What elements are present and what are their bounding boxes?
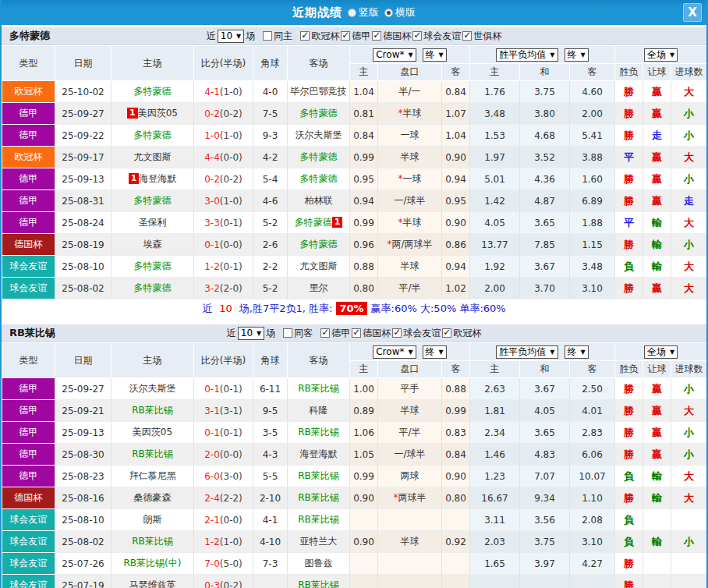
fulltime-score: 3-1 (204, 406, 220, 416)
horizontal-radio-icon[interactable] (384, 9, 393, 17)
match-date: 25-08-02 (55, 278, 112, 299)
home-team-name: RB莱比锡 (132, 448, 173, 459)
home-handicap-odds: 1.05 (350, 444, 378, 466)
match-date: 25-09-13 (55, 422, 112, 444)
competition-label-4: 世俱杯 (473, 30, 501, 43)
sub-header-lose: 客 (570, 361, 615, 378)
home-team-name: 多特蒙德 (134, 195, 172, 206)
europe-odds-select[interactable]: 胜平负均值▼ (496, 48, 558, 62)
score-cell: 2-1(0-0) (194, 509, 253, 531)
close-button[interactable]: X (683, 3, 702, 22)
away-team: RB莱比锡 (288, 575, 350, 588)
match-date: 25-08-02 (55, 531, 112, 553)
sub-header-away-odds: 客 (442, 361, 470, 378)
result-wdl: 負 (615, 256, 643, 278)
final-odds-select[interactable]: 终▼ (423, 48, 447, 62)
vertical-layout-option[interactable]: 竖版 (348, 5, 379, 19)
draw-odds: 3.80 (520, 103, 570, 125)
away-team: RB莱比锡 (288, 422, 350, 444)
home-handicap-odds: 0.88 (350, 256, 378, 278)
away-handicap-odds: 0.83 (442, 422, 470, 444)
handicap-line-text: 一球 (403, 173, 422, 184)
competition-cell: 德甲 (2, 378, 55, 400)
red-card-badge: 1 (332, 217, 343, 228)
match-row: 德甲25-09-13美因茨050-1(0-1)3-5RB莱比锡1.06平/半0.… (2, 422, 707, 444)
fullmatch-select[interactable]: 全场▼ (644, 345, 678, 359)
win-odds: 1.23 (470, 466, 520, 487)
result-wdl: 勝 (615, 168, 643, 190)
lose-odds: 2.00 (570, 103, 615, 125)
fulltime-score: 2-1 (204, 515, 220, 526)
team-name: 多特蒙德 (9, 29, 50, 43)
lose-odds: 4.60 (570, 81, 615, 103)
home-team-name: 多特蒙德 (134, 86, 172, 97)
corner-count: 4-6 (253, 190, 288, 212)
home-handicap-odds: 0.96 (350, 234, 378, 256)
sub-header-draw: 和 (520, 361, 570, 378)
result-wdl: 勝 (615, 400, 643, 422)
result-handicap: 輸 (643, 487, 671, 509)
result-goals: 小 (671, 168, 707, 190)
home-team-name: 多特蒙德 (134, 282, 172, 293)
corner-count (253, 575, 288, 588)
final-odds-select-2[interactable]: 终▼ (565, 48, 589, 62)
col-header-away: 客场 (288, 46, 350, 81)
competition-checkbox-2[interactable] (372, 31, 381, 41)
same-side-checkbox[interactable] (283, 328, 292, 338)
win-odds (470, 575, 520, 588)
score-cell: 0-1(0-1) (194, 378, 253, 400)
competition-checkbox-1[interactable] (352, 328, 361, 338)
competition-checkbox-3[interactable] (442, 328, 451, 338)
fulltime-score: 0-1 (204, 427, 220, 438)
bookmaker-select[interactable]: Crow*▼ (373, 48, 416, 62)
lose-odds: 6.06 (570, 444, 615, 466)
win-odds: 3.11 (470, 509, 520, 531)
home-team: RB莱比锡(中) (112, 553, 194, 575)
match-row: 欧冠杯25-09-17尤文图斯4-4(0-0)4-2多特蒙德0.99半球0.90… (2, 147, 707, 168)
home-team: 朗斯 (112, 509, 194, 531)
results-table: 类型 日期 主场 比分(半场) 角球 客场 Crow*▼ 终▼ 胜平负均 (2, 45, 707, 299)
horizontal-layout-option[interactable]: 横版 (384, 5, 416, 19)
result-goals: 大 (671, 212, 707, 234)
result-goals: 大 (671, 256, 707, 278)
vertical-radio-icon[interactable] (348, 9, 356, 17)
same-side-checkbox[interactable] (263, 31, 272, 41)
result-wdl: 負 (615, 509, 643, 531)
halftime-score: (0-1) (220, 384, 242, 395)
competition-checkbox-3[interactable] (412, 31, 422, 41)
result-goals: 小 (671, 125, 707, 147)
competition-checkbox-0[interactable] (300, 31, 310, 41)
competition-label-1: 德甲 (352, 30, 370, 43)
filter-bar: 近10▼场同客德甲德国杯球会友谊欧冠杯 (227, 327, 481, 340)
match-date: 25-09-17 (55, 147, 112, 168)
bookmaker-select[interactable]: Crow*▼ (373, 345, 416, 359)
result-wdl: 負 (615, 531, 643, 553)
result-goals: 大 (671, 487, 707, 509)
final-odds-select[interactable]: 终▼ (423, 345, 447, 359)
away-handicap-odds: 1.02 (442, 278, 470, 299)
win-odds: 2.34 (470, 422, 520, 444)
home-handicap-odds: 0.89 (350, 400, 378, 422)
competition-checkbox-2[interactable] (392, 328, 402, 338)
halftime-score: (3-0) (220, 471, 242, 482)
chevron-down-icon: ▼ (550, 349, 554, 356)
competition-checkbox-0[interactable] (320, 328, 330, 338)
match-count-select-value: 10 (221, 30, 232, 41)
away-team-name: 沃尔夫斯堡 (296, 129, 342, 140)
handicap-line: 两球 (378, 466, 442, 487)
competition-checkbox-1[interactable] (341, 31, 350, 41)
away-handicap-odds: 0.90 (442, 212, 470, 234)
result-wdl: 勝 (615, 81, 643, 103)
draw-odds: 4.36 (520, 168, 570, 190)
match-count-select[interactable]: 10▼ (238, 327, 264, 340)
europe-odds-select[interactable]: 胜平负均值▼ (496, 345, 558, 359)
final-odds-select-2[interactable]: 终▼ (565, 345, 589, 359)
handicap-line-text: 一/球半 (394, 448, 425, 459)
competition-checkbox-4[interactable] (462, 31, 472, 41)
match-date: 25-10-02 (55, 81, 112, 103)
match-count-select[interactable]: 10▼ (218, 30, 244, 43)
home-handicap-odds (350, 553, 378, 575)
fullmatch-select[interactable]: 全场▼ (644, 48, 678, 62)
competition-cell: 球会友谊 (2, 509, 55, 531)
result-goals: 大 (671, 466, 707, 487)
